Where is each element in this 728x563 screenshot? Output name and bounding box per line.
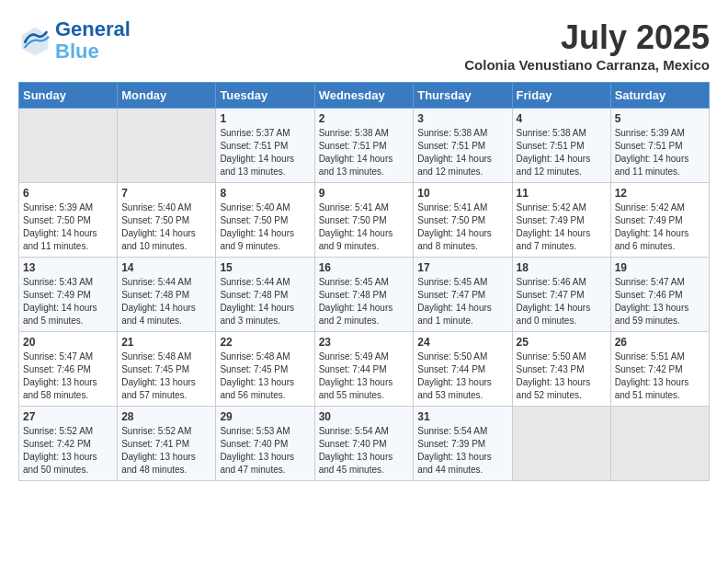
day-cell: 28Sunrise: 5:52 AM Sunset: 7:41 PM Dayli… — [118, 407, 216, 481]
day-cell: 7Sunrise: 5:40 AM Sunset: 7:50 PM Daylig… — [118, 183, 216, 258]
day-number: 8 — [220, 187, 310, 200]
logo-icon — [18, 24, 51, 57]
location: Colonia Venustiano Carranza, Mexico — [464, 57, 710, 73]
day-info: Sunrise: 5:40 AM Sunset: 7:50 PM Dayligh… — [220, 201, 310, 253]
day-info: Sunrise: 5:38 AM Sunset: 7:51 PM Dayligh… — [319, 127, 410, 178]
day-cell: 21Sunrise: 5:48 AM Sunset: 7:45 PM Dayli… — [118, 332, 216, 407]
day-cell: 5Sunrise: 5:39 AM Sunset: 7:51 PM Daylig… — [610, 109, 709, 183]
week-row-1: 1Sunrise: 5:37 AM Sunset: 7:51 PM Daylig… — [19, 109, 710, 183]
day-info: Sunrise: 5:50 AM Sunset: 7:44 PM Dayligh… — [417, 350, 507, 402]
day-number: 26 — [615, 336, 705, 349]
day-number: 7 — [121, 187, 211, 200]
day-info: Sunrise: 5:39 AM Sunset: 7:51 PM Dayligh… — [615, 127, 705, 178]
day-number: 1 — [220, 112, 310, 125]
day-number: 5 — [615, 112, 705, 125]
day-info: Sunrise: 5:37 AM Sunset: 7:51 PM Dayligh… — [220, 127, 310, 178]
month-year: July 2025 — [464, 18, 710, 57]
day-info: Sunrise: 5:42 AM Sunset: 7:49 PM Dayligh… — [615, 201, 705, 253]
day-cell: 15Sunrise: 5:44 AM Sunset: 7:48 PM Dayli… — [216, 258, 314, 332]
day-info: Sunrise: 5:48 AM Sunset: 7:45 PM Dayligh… — [220, 350, 310, 402]
header-sunday: Sunday — [19, 83, 118, 109]
day-info: Sunrise: 5:44 AM Sunset: 7:48 PM Dayligh… — [220, 276, 310, 327]
day-info: Sunrise: 5:39 AM Sunset: 7:50 PM Dayligh… — [23, 201, 113, 253]
day-cell: 12Sunrise: 5:42 AM Sunset: 7:49 PM Dayli… — [610, 183, 709, 258]
day-cell: 26Sunrise: 5:51 AM Sunset: 7:42 PM Dayli… — [610, 332, 709, 407]
day-cell: 16Sunrise: 5:45 AM Sunset: 7:48 PM Dayli… — [314, 258, 414, 332]
day-number: 28 — [121, 410, 211, 423]
logo: GeneralBlue — [18, 18, 131, 63]
day-cell: 27Sunrise: 5:52 AM Sunset: 7:42 PM Dayli… — [19, 407, 118, 481]
day-cell: 10Sunrise: 5:41 AM Sunset: 7:50 PM Dayli… — [414, 183, 512, 258]
day-number: 13 — [23, 261, 113, 274]
day-cell: 30Sunrise: 5:54 AM Sunset: 7:40 PM Dayli… — [314, 407, 414, 481]
day-cell: 29Sunrise: 5:53 AM Sunset: 7:40 PM Dayli… — [216, 407, 314, 481]
day-number: 19 — [615, 261, 705, 274]
week-row-4: 20Sunrise: 5:47 AM Sunset: 7:46 PM Dayli… — [19, 332, 710, 407]
day-info: Sunrise: 5:38 AM Sunset: 7:51 PM Dayligh… — [417, 127, 507, 178]
week-row-2: 6Sunrise: 5:39 AM Sunset: 7:50 PM Daylig… — [19, 183, 710, 258]
day-number: 21 — [121, 336, 211, 349]
header-wednesday: Wednesday — [314, 83, 414, 109]
calendar-table: SundayMondayTuesdayWednesdayThursdayFrid… — [18, 82, 710, 481]
day-number: 2 — [319, 112, 410, 125]
day-cell: 8Sunrise: 5:40 AM Sunset: 7:50 PM Daylig… — [216, 183, 314, 258]
day-info: Sunrise: 5:52 AM Sunset: 7:41 PM Dayligh… — [121, 425, 211, 477]
day-number: 12 — [615, 187, 705, 200]
day-info: Sunrise: 5:53 AM Sunset: 7:40 PM Dayligh… — [220, 425, 310, 477]
header-thursday: Thursday — [414, 83, 512, 109]
day-info: Sunrise: 5:51 AM Sunset: 7:42 PM Dayligh… — [615, 350, 705, 402]
day-number: 24 — [417, 336, 507, 349]
day-cell: 4Sunrise: 5:38 AM Sunset: 7:51 PM Daylig… — [512, 109, 610, 183]
day-info: Sunrise: 5:44 AM Sunset: 7:48 PM Dayligh… — [121, 276, 211, 327]
day-number: 31 — [417, 410, 507, 423]
day-cell: 9Sunrise: 5:41 AM Sunset: 7:50 PM Daylig… — [314, 183, 414, 258]
day-cell: 31Sunrise: 5:54 AM Sunset: 7:39 PM Dayli… — [414, 407, 512, 481]
day-number: 14 — [121, 261, 211, 274]
day-info: Sunrise: 5:54 AM Sunset: 7:40 PM Dayligh… — [319, 425, 410, 477]
day-cell — [19, 109, 118, 183]
day-number: 10 — [417, 187, 507, 200]
day-number: 18 — [517, 261, 607, 274]
day-info: Sunrise: 5:50 AM Sunset: 7:43 PM Dayligh… — [517, 350, 607, 402]
day-info: Sunrise: 5:47 AM Sunset: 7:46 PM Dayligh… — [615, 276, 705, 327]
day-info: Sunrise: 5:42 AM Sunset: 7:49 PM Dayligh… — [517, 201, 607, 253]
title-block: July 2025 Colonia Venustiano Carranza, M… — [464, 18, 710, 73]
header-tuesday: Tuesday — [216, 83, 314, 109]
day-info: Sunrise: 5:45 AM Sunset: 7:48 PM Dayligh… — [319, 276, 410, 327]
day-cell: 25Sunrise: 5:50 AM Sunset: 7:43 PM Dayli… — [512, 332, 610, 407]
page-header: GeneralBlue July 2025 Colonia Venustiano… — [18, 18, 710, 73]
day-number: 30 — [319, 410, 410, 423]
day-info: Sunrise: 5:41 AM Sunset: 7:50 PM Dayligh… — [319, 201, 410, 253]
day-cell: 2Sunrise: 5:38 AM Sunset: 7:51 PM Daylig… — [314, 109, 414, 183]
day-info: Sunrise: 5:47 AM Sunset: 7:46 PM Dayligh… — [23, 350, 113, 402]
day-number: 4 — [517, 112, 607, 125]
day-number: 29 — [220, 410, 310, 423]
day-cell: 17Sunrise: 5:45 AM Sunset: 7:47 PM Dayli… — [414, 258, 512, 332]
day-cell: 3Sunrise: 5:38 AM Sunset: 7:51 PM Daylig… — [414, 109, 512, 183]
day-number: 17 — [417, 261, 507, 274]
day-cell: 6Sunrise: 5:39 AM Sunset: 7:50 PM Daylig… — [19, 183, 118, 258]
day-cell: 11Sunrise: 5:42 AM Sunset: 7:49 PM Dayli… — [512, 183, 610, 258]
day-number: 11 — [517, 187, 607, 200]
day-info: Sunrise: 5:41 AM Sunset: 7:50 PM Dayligh… — [417, 201, 507, 253]
day-number: 22 — [220, 336, 310, 349]
day-info: Sunrise: 5:43 AM Sunset: 7:49 PM Dayligh… — [23, 276, 113, 327]
day-number: 9 — [319, 187, 410, 200]
day-number: 15 — [220, 261, 310, 274]
calendar-header-row: SundayMondayTuesdayWednesdayThursdayFrid… — [19, 83, 710, 109]
day-number: 20 — [23, 336, 113, 349]
day-cell — [610, 407, 709, 481]
logo-text: GeneralBlue — [55, 18, 131, 63]
header-friday: Friday — [512, 83, 610, 109]
day-cell — [118, 109, 216, 183]
day-info: Sunrise: 5:40 AM Sunset: 7:50 PM Dayligh… — [121, 201, 211, 253]
day-cell: 19Sunrise: 5:47 AM Sunset: 7:46 PM Dayli… — [610, 258, 709, 332]
header-monday: Monday — [118, 83, 216, 109]
day-info: Sunrise: 5:46 AM Sunset: 7:47 PM Dayligh… — [517, 276, 607, 327]
day-info: Sunrise: 5:48 AM Sunset: 7:45 PM Dayligh… — [121, 350, 211, 402]
day-cell: 18Sunrise: 5:46 AM Sunset: 7:47 PM Dayli… — [512, 258, 610, 332]
day-cell: 20Sunrise: 5:47 AM Sunset: 7:46 PM Dayli… — [19, 332, 118, 407]
week-row-3: 13Sunrise: 5:43 AM Sunset: 7:49 PM Dayli… — [19, 258, 710, 332]
day-cell: 23Sunrise: 5:49 AM Sunset: 7:44 PM Dayli… — [314, 332, 414, 407]
day-number: 25 — [517, 336, 607, 349]
